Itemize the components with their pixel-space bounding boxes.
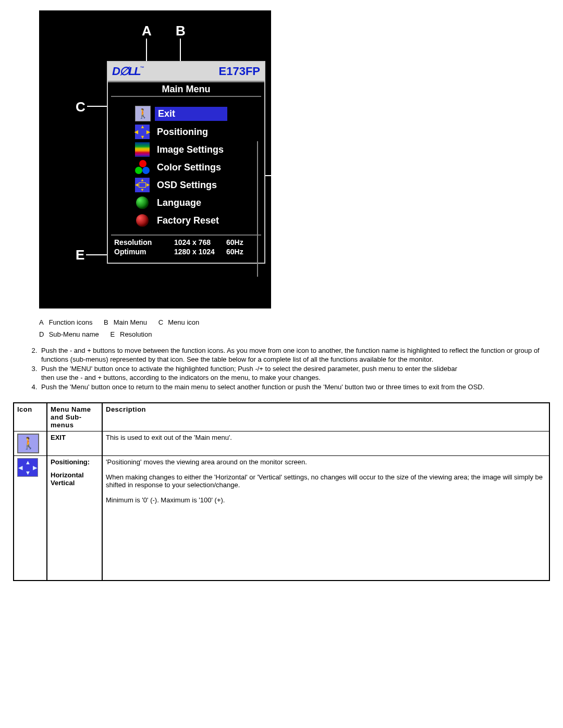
callout-legend: A Function icons B Main Menu C Menu icon… xyxy=(39,316,550,341)
osd-dialog: D∅LL™ E173FP Main Menu 🚶 Exit ▲ ◀ ▶ ▼ xyxy=(107,61,265,264)
callout-A: A xyxy=(142,23,152,39)
th-desc: Description xyxy=(102,403,549,431)
instruction-list: Push the - and + buttons to move between… xyxy=(23,346,550,392)
dell-logo: D∅LL™ xyxy=(112,65,144,78)
callout-B: B xyxy=(176,23,186,39)
menu-item-factory-reset[interactable]: Factory Reset xyxy=(108,212,264,229)
optimum-label: Optimum xyxy=(114,248,174,256)
menu-item-exit[interactable]: 🚶 Exit xyxy=(108,104,264,123)
positioning-icon: ▲ ◀ ▶ ▼ xyxy=(17,458,38,477)
leader-A xyxy=(146,39,147,62)
menu-item-osd-settings[interactable]: ▲ ◀ ▶ ▼ OSD Settings xyxy=(108,176,264,194)
cell-menu-name: Positioning: Horizontal Vertical xyxy=(47,455,102,581)
color-settings-icon xyxy=(135,160,150,175)
callout-E: E xyxy=(76,247,84,263)
cell-desc: This is used to exit out of the 'Main me… xyxy=(102,431,549,455)
resolution-block: Resolution 1024 x 768 60Hz Optimum 1280 … xyxy=(108,236,264,263)
resolution-hz: 60Hz xyxy=(226,238,243,246)
factory-reset-icon xyxy=(135,213,150,228)
resolution-label: Resolution xyxy=(114,238,174,246)
menu-item-language[interactable]: Language xyxy=(108,194,264,212)
menu-item-positioning[interactable]: ▲ ◀ ▶ ▼ Positioning xyxy=(108,123,264,141)
menu-item-color-settings[interactable]: Color Settings xyxy=(108,158,264,176)
instruction-item: Push the 'Menu' button once to return to… xyxy=(39,382,550,392)
description-table: Icon Menu Name and Sub-menus Description… xyxy=(13,402,550,582)
resolution-value: 1024 x 768 xyxy=(174,238,226,246)
instruction-item: Push the 'MENU' button once to activate … xyxy=(39,364,550,382)
table-row: ▲ ◀ ▶ ▼ Positioning: Horizontal Vertical… xyxy=(14,455,549,581)
th-icon: Icon xyxy=(14,403,47,431)
th-menu: Menu Name and Sub-menus xyxy=(47,403,102,431)
optimum-value: 1280 x 1024 xyxy=(174,248,226,256)
positioning-icon: ▲ ◀ ▶ ▼ xyxy=(135,125,150,139)
exit-icon: 🚶 xyxy=(135,106,151,121)
menu-list: 🚶 Exit ▲ ◀ ▶ ▼ Positioning Image Setting… xyxy=(108,97,264,235)
callout-C: C xyxy=(76,99,85,115)
exit-icon: 🚶 xyxy=(17,434,39,453)
cell-icon: 🚶 xyxy=(14,431,47,455)
cell-menu-name: EXIT xyxy=(47,431,102,455)
language-icon xyxy=(135,195,150,210)
cell-desc: 'Positioning' moves the viewing area aro… xyxy=(102,455,549,581)
image-settings-icon xyxy=(135,142,150,157)
osd-title: Main Menu xyxy=(108,82,264,96)
callout-D: D xyxy=(279,168,289,184)
menu-item-image-settings[interactable]: Image Settings xyxy=(108,141,264,158)
osd-settings-icon: ▲ ◀ ▶ ▼ xyxy=(135,178,150,192)
instruction-item: Push the - and + buttons to move between… xyxy=(39,346,550,364)
table-row: 🚶 EXIT This is used to exit out of the '… xyxy=(14,431,549,455)
osd-screenshot: A B C D E D∅LL™ E173FP Main Menu 🚶 Exit xyxy=(39,10,271,309)
optimum-hz: 60Hz xyxy=(226,248,243,256)
osd-header: D∅LL™ E173FP xyxy=(108,62,264,81)
cell-icon: ▲ ◀ ▶ ▼ xyxy=(14,455,47,581)
model-number: E173FP xyxy=(219,65,261,78)
